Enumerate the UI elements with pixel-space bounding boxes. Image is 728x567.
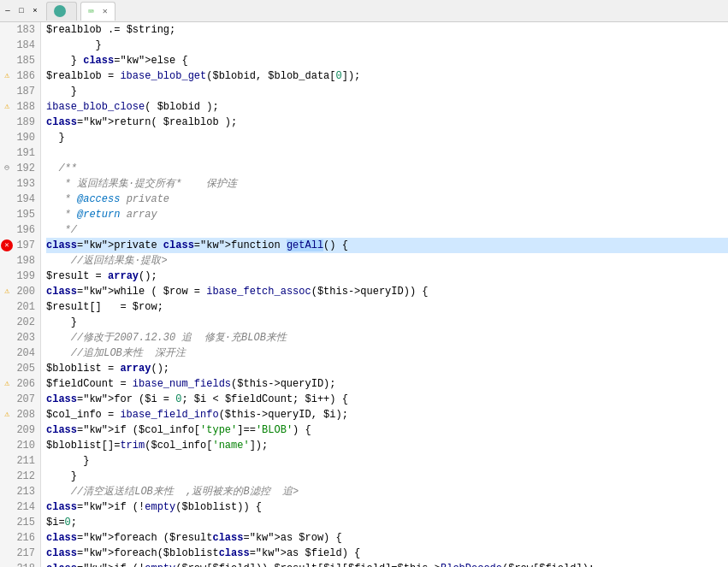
code-line-183: $realblob .= $string;: [46, 22, 728, 38]
title-bar: — □ × ⌨ ✕: [0, 0, 728, 22]
code-line-204: //追加LOB来性 深开注: [46, 346, 728, 361]
tab-dblbase[interactable]: ⌨ ✕: [80, 2, 115, 21]
line-number-203: 203: [0, 330, 40, 346]
restore-button[interactable]: □: [17, 7, 26, 15]
line-number-216: 216: [0, 530, 40, 546]
line-number-193: 193: [0, 176, 40, 192]
close-button[interactable]: ×: [31, 7, 39, 15]
warning-icon: ⚠: [0, 69, 14, 83]
error-icon: ✕: [0, 239, 14, 252]
line-number-217: 217: [0, 546, 40, 561]
line-number-214: 214: [0, 499, 40, 515]
editor: 183184185⚠186187⚠188189190191⊖1921931941…: [0, 22, 728, 567]
code-line-200: class="kw">while ( $row = ibase_fetch_as…: [46, 284, 728, 299]
code-line-198: //返回结果集·提取>: [46, 253, 728, 269]
code-line-187: }: [46, 84, 728, 99]
code-line-185: } class="kw">else {: [46, 53, 728, 68]
code-line-206: $fieldCount = ibase_num_fields($this->qu…: [46, 376, 728, 392]
line-number-192: ⊖192: [0, 161, 40, 176]
welcome-icon: [54, 5, 66, 17]
line-number-204: 204: [0, 346, 40, 361]
code-line-191: [46, 145, 728, 161]
line-number-186: ⚠186: [0, 68, 40, 84]
minimize-button[interactable]: —: [3, 7, 12, 15]
line-number-184: 184: [0, 38, 40, 53]
warning-icon: ⚠: [0, 377, 14, 391]
line-number-199: 199: [0, 269, 40, 284]
line-number-211: 211: [0, 453, 40, 469]
line-number-208: ⚠208: [0, 407, 40, 422]
line-number-213: 213: [0, 484, 40, 499]
code-line-186: $realblob = ibase_blob_get($blobid, $blo…: [46, 68, 728, 84]
code-line-202: }: [46, 315, 728, 330]
line-number-202: 202: [0, 315, 40, 330]
code-line-211: }: [46, 453, 728, 469]
code-line-215: $i=0;: [46, 515, 728, 530]
line-number-212: 212: [0, 469, 40, 484]
fold-icon[interactable]: ⊖: [0, 162, 14, 175]
code-line-218: class="kw">if (!empty($row[$field])) $re…: [46, 561, 728, 567]
line-number-195: 195: [0, 207, 40, 222]
window-controls[interactable]: — □ ×: [3, 7, 39, 15]
line-number-190: 190: [0, 130, 40, 145]
line-number-206: ⚠206: [0, 376, 40, 392]
line-number-198: 198: [0, 253, 40, 269]
line-number-200: ⚠200: [0, 284, 40, 299]
code-line-209: class="kw">if ($col_info['type']=='BLOB'…: [46, 422, 728, 438]
php-icon: ⌨: [88, 6, 94, 17]
code-line-193: * 返回结果集·提交所有* 保护连: [46, 176, 728, 192]
warning-icon: ⚠: [0, 408, 14, 422]
code-line-188: ibase_blob_close( $blobid );: [46, 99, 728, 115]
code-line-213: //清空返送结LOB来性 ,返明被来的B滤控 追>: [46, 484, 728, 499]
line-number-207: 207: [0, 392, 40, 407]
code-line-189: class="kw">return( $realblob );: [46, 115, 728, 130]
line-number-197: ✕197: [0, 238, 40, 253]
line-number-209: 209: [0, 422, 40, 438]
code-line-216: class="kw">foreach ($result class="kw">a…: [46, 530, 728, 546]
code-area[interactable]: $realblob .= $string; } } class="kw">els…: [41, 22, 728, 567]
line-number-201: 201: [0, 299, 40, 315]
tab-close-button[interactable]: ✕: [103, 6, 108, 16]
line-number-183: 183: [0, 22, 40, 38]
line-number-215: 215: [0, 515, 40, 530]
code-line-190: }: [46, 130, 728, 145]
code-line-203: //修改于2007.12.30 追 修复·充BLOB来性: [46, 330, 728, 346]
code-line-210: $bloblist[]=trim($col_info['name']);: [46, 438, 728, 453]
line-number-194: 194: [0, 192, 40, 207]
line-number-185: 185: [0, 53, 40, 68]
code-line-192: /**: [46, 161, 728, 176]
code-line-199: $result = array();: [46, 269, 728, 284]
line-number-189: 189: [0, 115, 40, 130]
code-line-205: $bloblist = array();: [46, 361, 728, 376]
tab-welcome[interactable]: [46, 2, 77, 21]
warning-icon: ⚠: [0, 285, 14, 298]
code-line-208: $col_info = ibase_field_info($this->quer…: [46, 407, 728, 422]
line-number-210: 210: [0, 438, 40, 453]
code-line-201: $result[] = $row;: [46, 299, 728, 315]
warning-icon: ⚠: [0, 100, 14, 114]
code-line-195: * @return array: [46, 207, 728, 222]
code-line-184: }: [46, 38, 728, 53]
line-number-218: 218: [0, 561, 40, 567]
line-number-191: 191: [0, 145, 40, 161]
code-line-194: * @access private: [46, 192, 728, 207]
line-number-187: 187: [0, 84, 40, 99]
code-line-217: class="kw">foreach($bloblist class="kw">…: [46, 546, 728, 561]
line-numbers: 183184185⚠186187⚠188189190191⊖1921931941…: [0, 22, 41, 567]
line-number-188: ⚠188: [0, 99, 40, 115]
code-line-196: */: [46, 222, 728, 238]
line-number-196: 196: [0, 222, 40, 238]
code-line-197: class="kw">private class="kw">function g…: [46, 238, 728, 253]
line-number-205: 205: [0, 361, 40, 376]
code-line-214: class="kw">if (!empty($bloblist)) {: [46, 499, 728, 515]
code-line-212: }: [46, 469, 728, 484]
code-line-207: class="kw">for ($i = 0; $i < $fieldCount…: [46, 392, 728, 407]
